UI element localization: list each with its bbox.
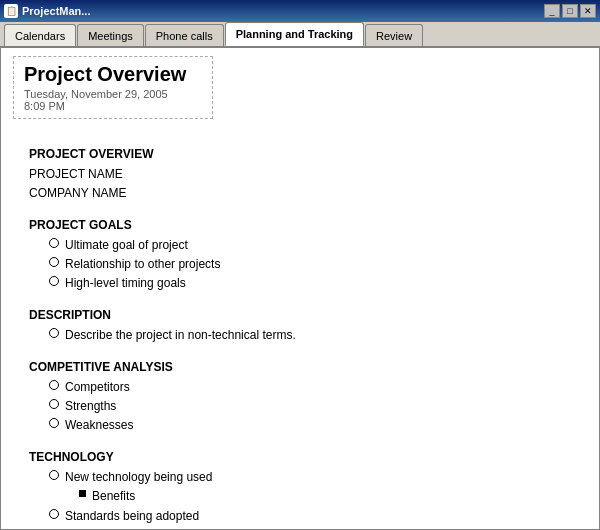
title-bar: 📋 ProjectMan... _ □ ✕ (0, 0, 600, 22)
tab-calendars[interactable]: Calendars (4, 24, 76, 46)
project-goals-list: Ultimate goal of project Relationship to… (49, 236, 571, 292)
section-heading-project-overview: PROJECT OVERVIEW (29, 145, 571, 163)
bullet-icon (49, 418, 59, 428)
list-item-text: Benefits (92, 487, 135, 505)
close-button[interactable]: ✕ (580, 4, 596, 18)
app-title: ProjectMan... (22, 5, 540, 17)
list-item-text: Benefits (92, 526, 135, 530)
list-item: Relationship to other projects (49, 255, 571, 273)
list-item-text: High-level timing goals (65, 274, 186, 292)
list-item: Ultimate goal of project (49, 236, 571, 254)
document-title: Project Overview (24, 63, 202, 86)
list-item: Benefits (79, 526, 135, 530)
list-item: High-level timing goals (49, 274, 571, 292)
competitive-analysis-list: Competitors Strengths Weaknesses (49, 378, 571, 434)
tab-meetings[interactable]: Meetings (77, 24, 144, 46)
bullet-icon (49, 257, 59, 267)
project-name-label: PROJECT NAME (29, 165, 571, 183)
list-item: Weaknesses (49, 416, 571, 434)
list-item: Standards being adopted Benefits (49, 507, 571, 530)
document-content: PROJECT OVERVIEW PROJECT NAME COMPANY NA… (13, 127, 587, 530)
tab-planning-tracking[interactable]: Planning and Tracking (225, 22, 364, 46)
main-content: Project Overview Tuesday, November 29, 2… (0, 48, 600, 530)
section-heading-project-goals: PROJECT GOALS (29, 216, 571, 234)
section-heading-competitive-analysis: COMPETITIVE ANALYSIS (29, 358, 571, 376)
company-name-label: COMPANY NAME (29, 184, 571, 202)
bullet-icon (49, 276, 59, 286)
list-item-text: Describe the project in non-technical te… (65, 326, 296, 344)
list-item-text: Relationship to other projects (65, 255, 220, 273)
list-item: Describe the project in non-technical te… (49, 326, 571, 344)
tab-review[interactable]: Review (365, 24, 423, 46)
bullet-icon (49, 238, 59, 248)
list-item-text: Strengths (65, 397, 116, 415)
section-heading-technology: TECHNOLOGY (29, 448, 571, 466)
bullet-icon (49, 470, 59, 480)
list-item-text: Weaknesses (65, 416, 133, 434)
list-item-text: New technology being used (65, 468, 212, 486)
bullet-icon (49, 509, 59, 519)
tab-bar: Calendars Meetings Phone calls Planning … (0, 22, 600, 48)
list-item: New technology being used Benefits (49, 468, 571, 506)
list-item-text: Standards being adopted (65, 507, 199, 525)
document-date: Tuesday, November 29, 2005 (24, 88, 202, 100)
document-time: 8:09 PM (24, 100, 202, 112)
maximize-button[interactable]: □ (562, 4, 578, 18)
sub-bullet-icon (79, 490, 86, 497)
technology-list: New technology being used Benefits Stand… (49, 468, 571, 530)
tab-phone-calls[interactable]: Phone calls (145, 24, 224, 46)
sub-bullet-list: Benefits (79, 526, 135, 530)
list-item-text: Competitors (65, 378, 130, 396)
document-header: Project Overview Tuesday, November 29, 2… (13, 56, 213, 119)
list-item-text: Ultimate goal of project (65, 236, 188, 254)
section-heading-description: DESCRIPTION (29, 306, 571, 324)
list-item: Competitors (49, 378, 571, 396)
list-item: Benefits (79, 487, 135, 505)
list-item: Strengths (49, 397, 571, 415)
window-controls: _ □ ✕ (544, 4, 596, 18)
sub-bullet-list: Benefits (79, 487, 135, 506)
minimize-button[interactable]: _ (544, 4, 560, 18)
app-icon: 📋 (4, 4, 18, 18)
bullet-icon (49, 380, 59, 390)
description-list: Describe the project in non-technical te… (49, 326, 571, 344)
bullet-icon (49, 399, 59, 409)
bullet-icon (49, 328, 59, 338)
